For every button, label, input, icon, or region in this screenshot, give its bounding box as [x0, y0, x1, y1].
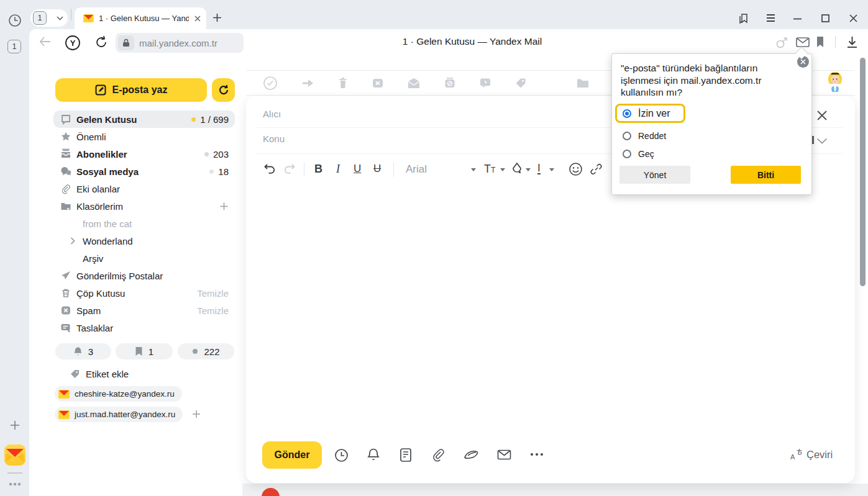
clear-folder-button[interactable]: Temizle [197, 305, 229, 316]
sidebar-item-social[interactable]: Sosyal medya 18 [53, 163, 235, 180]
option-skip[interactable]: Geç [623, 148, 654, 160]
notify-bell-icon[interactable] [367, 448, 380, 462]
sidebar-item-from-the-cat[interactable]: from the cat [53, 215, 235, 232]
rail-more-icon[interactable] [7, 481, 22, 487]
compose-close-icon[interactable] [816, 109, 828, 122]
emoji-icon[interactable] [569, 162, 583, 176]
schedule-send-icon[interactable] [334, 448, 349, 462]
sidebar-item-attachments[interactable]: Eki olanlar [53, 180, 235, 197]
font-family-select[interactable]: Arial [406, 163, 427, 176]
redo-icon[interactable] [283, 163, 296, 175]
manage-button[interactable]: Yönet [619, 166, 690, 184]
chevron-down-icon[interactable] [526, 168, 531, 171]
compose-email-button[interactable]: E-posta yaz [55, 78, 207, 102]
move-to-folder-icon[interactable] [576, 78, 590, 89]
new-tab-button[interactable] [212, 13, 222, 22]
active-tab[interactable]: 1 · Gelen Kutusu — Yand [75, 7, 206, 29]
reminders-counter-pill[interactable]: 3 [55, 343, 111, 359]
sidebar-item-important[interactable]: Önemli [53, 128, 235, 145]
reload-icon[interactable] [94, 35, 108, 49]
insert-link-icon[interactable] [590, 163, 603, 176]
chevron-down-icon[interactable] [471, 168, 476, 171]
attach-from-disk-icon[interactable] [464, 449, 479, 461]
radio-icon[interactable] [623, 132, 631, 140]
chevron-right-icon[interactable] [70, 237, 75, 245]
add-label-button[interactable]: Etiket ekle [70, 367, 129, 381]
unread-counter-pill[interactable]: 222 [178, 343, 234, 359]
option-deny[interactable]: Reddet [623, 130, 666, 142]
send-button[interactable]: Gönder [262, 441, 322, 469]
folder-label: Taslaklar [76, 323, 113, 333]
sidebar-item-wonderland[interactable]: Wonderland [53, 232, 235, 250]
snooze-icon[interactable] [444, 77, 456, 89]
back-icon[interactable] [39, 36, 51, 47]
more-options-icon[interactable] [529, 453, 544, 456]
bookmark-flag-icon[interactable] [816, 36, 825, 48]
hamburger-menu-icon[interactable] [766, 14, 775, 22]
reminder-icon[interactable] [479, 77, 491, 89]
done-button[interactable]: Bitti [731, 166, 801, 184]
template-icon[interactable] [400, 448, 412, 462]
user-avatar[interactable] [825, 71, 845, 93]
add-account-icon[interactable] [191, 409, 201, 419]
account-pill[interactable]: just.mad.hatter@yandex.ru [55, 407, 183, 422]
font-size-button[interactable]: TT [484, 163, 495, 176]
select-all-icon[interactable] [263, 76, 278, 91]
page-scrollbar[interactable] [860, 58, 866, 286]
dialog-message-line: işlenmesi için mail.yandex.com.tr [621, 74, 802, 87]
yandex-browser-logo[interactable]: Y [65, 35, 81, 51]
recipient-input[interactable] [262, 108, 525, 120]
compose-collapse-chevron-icon[interactable] [816, 138, 828, 144]
window-minimize-button[interactable] [793, 18, 802, 20]
chevron-down-icon[interactable] [500, 168, 505, 171]
attach-file-icon[interactable] [431, 448, 445, 462]
sidebar-item-sent[interactable]: Gönderilmiş Postalar [53, 267, 235, 284]
sidebar-item-subscriptions[interactable]: Abonelikler 203 [53, 145, 235, 163]
yandex-mail-favicon [83, 14, 94, 22]
sidebar-item-trash[interactable]: Çöp Kutusu Temizle [53, 284, 235, 302]
address-bar[interactable]: mail.yandex.com.tr [116, 33, 244, 53]
share-link-icon[interactable] [775, 36, 789, 49]
sidebar-item-my-folders[interactable]: Klasörlerim [53, 197, 235, 215]
option-allow[interactable]: İzin ver [615, 104, 685, 123]
yandex-mail-app-icon[interactable] [4, 444, 25, 466]
sidebar-item-spam[interactable]: Spam Temizle [53, 302, 235, 319]
fill-color-button[interactable] [512, 163, 522, 174]
side-panel-icon[interactable] [737, 12, 751, 25]
subject-input[interactable] [262, 133, 525, 145]
clear-folder-button[interactable]: Temizle [197, 288, 229, 299]
strikethrough-button[interactable]: U [373, 163, 381, 175]
mail-protocol-icon[interactable] [796, 37, 810, 47]
translate-button[interactable]: A Çeviri [790, 448, 833, 461]
underline-button[interactable]: U [354, 163, 361, 175]
rail-tab-counter[interactable]: 1 [7, 40, 21, 53]
tab-close-icon[interactable] [194, 15, 201, 22]
sidebar-item-drafts[interactable]: Taslaklar [53, 319, 235, 336]
window-maximize-button[interactable] [821, 14, 829, 22]
label-icon[interactable] [514, 77, 527, 89]
bold-button[interactable]: B [314, 163, 322, 176]
italic-button[interactable]: I [336, 163, 340, 176]
sidebar-item-archive[interactable]: Arşiv [53, 250, 235, 267]
undo-icon[interactable] [263, 163, 276, 175]
bookmarked-counter-pill[interactable]: 1 [116, 343, 173, 359]
chevron-down-icon[interactable] [549, 168, 554, 171]
sidebar-item-inbox[interactable]: Gelen Kutusu 1 / 699 [53, 110, 235, 128]
tab-group-pill[interactable]: 1 [30, 9, 68, 27]
attach-from-mail-icon[interactable] [497, 449, 511, 460]
delete-icon[interactable] [337, 77, 349, 89]
radio-selected-icon[interactable] [623, 109, 631, 118]
lock-icon[interactable] [118, 35, 134, 50]
radio-icon[interactable] [623, 150, 631, 158]
rail-add-icon[interactable] [9, 419, 21, 431]
window-close-button[interactable] [849, 14, 857, 22]
spam-icon[interactable] [372, 77, 384, 89]
forward-icon[interactable] [301, 78, 314, 89]
mark-read-icon[interactable] [407, 78, 421, 89]
download-icon[interactable] [846, 36, 858, 48]
account-pill[interactable]: cheshire-katze@yandex.ru [55, 386, 182, 402]
history-clock-icon[interactable] [7, 13, 22, 28]
mail-refresh-button[interactable] [212, 78, 235, 102]
add-folder-button[interactable] [219, 202, 229, 211]
text-color-button[interactable]: I [537, 163, 541, 174]
